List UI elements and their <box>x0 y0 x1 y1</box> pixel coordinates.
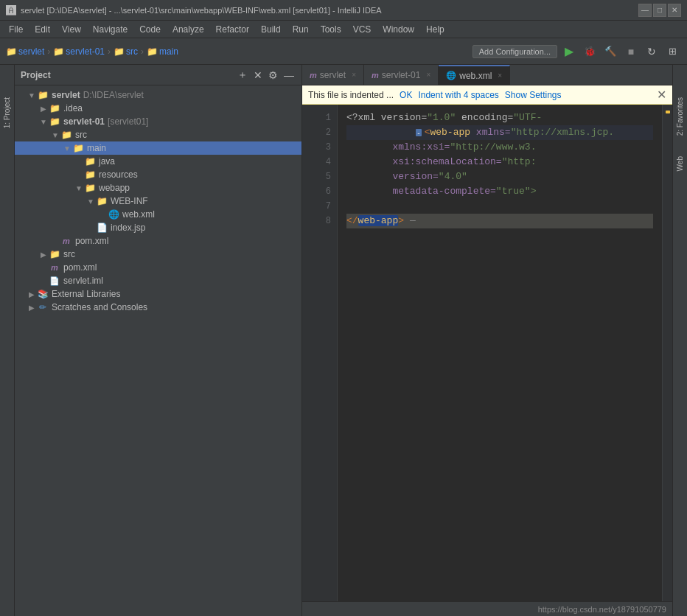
tree-item-src2[interactable]: ▶ 📁 src <box>15 248 301 261</box>
code-editor[interactable]: 1 2 3 4 5 6 7 8 <?xml version="1.0" enco… <box>302 105 672 601</box>
debug-button[interactable]: 🐞 <box>581 43 599 60</box>
minimize-button[interactable]: — <box>638 4 652 17</box>
menu-view[interactable]: View <box>56 23 87 36</box>
file-tree: ▼ 📁 servlet D:\IDEA\servlet ▶ 📁 .idea ▼ … <box>15 85 301 616</box>
frame-button[interactable]: ⊞ <box>663 43 681 60</box>
tree-label-servletiml: servlet.iml <box>63 276 103 286</box>
folder-icon-java: 📁 <box>84 155 96 167</box>
right-gutter <box>662 105 672 601</box>
code-line-5: version="4.0" <box>346 169 653 184</box>
menu-run[interactable]: Run <box>287 23 315 36</box>
tree-item-servlet01[interactable]: ▼ 📁 servlet-01 [servlet01] <box>15 115 301 128</box>
tabs-bar: m servlet × m servlet-01 × 🌐 web.xml × <box>302 65 672 85</box>
file-icon-indexjsp: 📄 <box>96 222 108 234</box>
code-line-3: xmlns:xsi="http://www.w3. <box>346 140 653 155</box>
menu-code[interactable]: Code <box>133 23 167 36</box>
file-icon-servletiml: 📄 <box>49 275 60 287</box>
notification-dismiss-icon[interactable]: ✕ <box>657 88 666 102</box>
folder-icon-src2: 📁 <box>49 248 60 260</box>
code-content[interactable]: <?xml version="1.0" encoding="UTF- - <we… <box>338 105 662 601</box>
menu-vcs[interactable]: VCS <box>347 23 377 36</box>
menu-help[interactable]: Help <box>420 23 450 36</box>
tree-item-main[interactable]: ▼ 📁 main <box>15 141 301 155</box>
tree-item-webapp[interactable]: ▼ 📁 webapp <box>15 181 301 195</box>
menu-build[interactable]: Build <box>255 23 287 36</box>
project-settings-btn[interactable]: ⚙ <box>267 68 279 83</box>
line-num-7: 7 <box>302 199 337 214</box>
tree-item-pom1[interactable]: m pom.xml <box>15 234 301 248</box>
breadcrumb-servlet01[interactable]: servlet-01 <box>66 46 105 57</box>
menu-window[interactable]: Window <box>377 23 420 36</box>
web-tab-label[interactable]: Web <box>676 153 684 174</box>
tab-webxml[interactable]: 🌐 web.xml × <box>439 65 510 85</box>
menu-edit[interactable]: Edit <box>29 23 56 36</box>
tree-item-webxml[interactable]: 🌐 web.xml <box>15 208 301 221</box>
close-button[interactable]: ✕ <box>668 4 681 17</box>
tree-item-src[interactable]: ▼ 📁 src <box>15 128 301 141</box>
breadcrumb-main[interactable]: main <box>159 46 178 57</box>
tree-item-scratches[interactable]: ▶ ✏ Scratches and Consoles <box>15 301 301 314</box>
tree-arrow-src2: ▶ <box>38 251 49 259</box>
tree-label-resources: resources <box>99 169 138 180</box>
project-title: Project <box>21 70 233 80</box>
tab-servlet01[interactable]: m servlet-01 × <box>364 65 439 85</box>
tree-label-servlet: servlet <box>52 90 80 100</box>
menu-refactor[interactable]: Refactor <box>210 23 255 36</box>
tree-item-extlibs[interactable]: ▶ 📚 External Libraries <box>15 287 301 301</box>
breadcrumb: 📁 servlet › 📁 servlet-01 › 📁 src › 📁 mai… <box>6 46 178 57</box>
project-panel-header: Project ＋ ✕ ⚙ — <box>15 65 301 85</box>
tree-label-webapp: webapp <box>99 183 130 193</box>
maximize-button[interactable]: □ <box>653 4 666 17</box>
tree-label-main: main <box>87 143 106 153</box>
tree-arrow-webapp: ▼ <box>74 184 84 192</box>
add-configuration-button[interactable]: Add Configuration... <box>472 45 557 58</box>
title-text: servlet [D:\IDEA\servlet] - ...\servlet-… <box>21 6 638 15</box>
tree-label-extlibs: External Libraries <box>52 289 120 299</box>
code-line-6: metadata-complete="true"> <box>346 184 653 199</box>
folder-icon-webinf: 📁 <box>96 195 108 207</box>
update-button[interactable]: ↻ <box>643 43 660 60</box>
statusbar: https://blog.csdn.net/y18791050779 <box>302 601 672 616</box>
notification-settings-link[interactable]: Show Settings <box>505 90 562 100</box>
stop-button[interactable]: ■ <box>622 43 640 60</box>
build-button[interactable]: 🔨 <box>601 43 619 60</box>
tree-item-indexjsp[interactable]: 📄 index.jsp <box>15 221 301 234</box>
line-num-1: 1 <box>302 111 337 125</box>
fold-dash: — <box>410 214 416 228</box>
fold-icon[interactable]: - <box>416 127 422 139</box>
menu-tools[interactable]: Tools <box>315 23 347 36</box>
menu-file[interactable]: File <box>3 23 29 36</box>
menu-analyze[interactable]: Analyze <box>167 23 210 36</box>
notification-ok-link[interactable]: OK <box>400 90 412 100</box>
tab-close-webxml[interactable]: × <box>498 71 502 80</box>
collapse-all-btn[interactable]: ✕ <box>252 68 264 83</box>
tree-item-idea[interactable]: ▶ 📁 .idea <box>15 102 301 115</box>
tree-item-resources[interactable]: 📁 resources <box>15 168 301 181</box>
tree-item-servletiml[interactable]: 📄 servlet.iml <box>15 274 301 287</box>
project-tab-label[interactable]: 1: Project <box>3 94 11 131</box>
tab-close-servlet[interactable]: × <box>352 71 356 79</box>
line-num-6: 6 <box>302 184 337 199</box>
svg-text:-: - <box>416 130 420 138</box>
window-controls: — □ ✕ <box>638 4 681 17</box>
notification-action-link[interactable]: Indent with 4 spaces <box>418 90 498 100</box>
tree-item-java[interactable]: 📁 java <box>15 155 301 168</box>
tab-servlet[interactable]: m servlet × <box>302 65 364 85</box>
breadcrumb-src[interactable]: src <box>126 46 138 57</box>
menu-navigate[interactable]: Navigate <box>87 23 133 36</box>
notification-bar: This file is indented ... OK Indent with… <box>302 85 672 105</box>
tree-label-idea: .idea <box>63 103 83 113</box>
tab-close-servlet01[interactable]: × <box>426 71 430 79</box>
run-button[interactable]: ▶ <box>560 43 578 60</box>
tree-item-pom2[interactable]: m pom.xml <box>15 261 301 274</box>
tree-label-pom1: pom.xml <box>75 236 108 246</box>
tree-item-webinf[interactable]: ▼ 📁 WEB-INF <box>15 195 301 208</box>
line-num-2: 2 <box>302 125 337 140</box>
add-project-btn[interactable]: ＋ <box>236 67 249 83</box>
folder-icon-webapp: 📁 <box>84 182 96 194</box>
hide-panel-btn[interactable]: — <box>282 68 296 83</box>
line-num-5: 5 <box>302 169 337 184</box>
breadcrumb-servlet[interactable]: servlet <box>18 46 44 57</box>
favorites-tab-label[interactable]: 2: Favorites <box>676 94 684 139</box>
tree-item-servlet-root[interactable]: ▼ 📁 servlet D:\IDEA\servlet <box>15 88 301 102</box>
